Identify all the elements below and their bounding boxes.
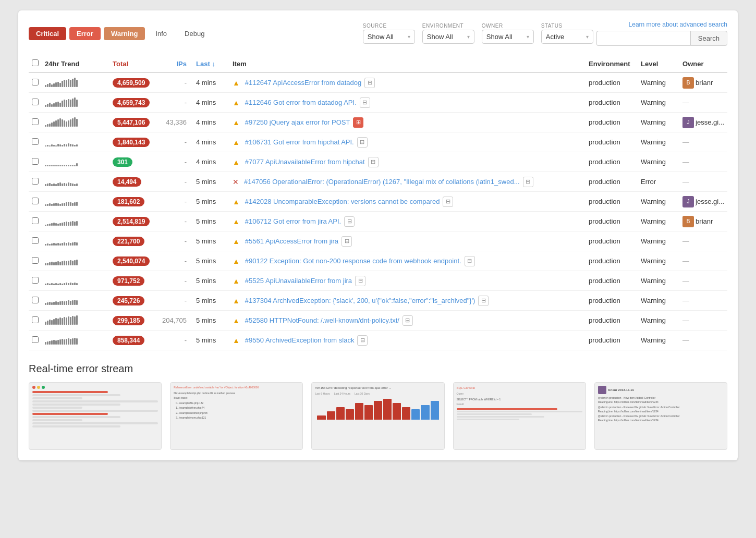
source-filter: SOURCE Show All ▾ [363,23,415,44]
assign-icon[interactable]: ⊟ [443,197,453,207]
trend-bar-segment [47,124,48,127]
row-checkbox[interactable] [32,138,39,145]
trend-bar-segment [70,317,71,325]
row-last: 5 mins [193,311,229,331]
assign-icon[interactable]: ⊞ [353,117,363,128]
search-button[interactable]: Search [690,31,727,46]
assign-icon[interactable]: ⊟ [357,137,368,148]
item-cell: ▲ #7077 ApiUnavailableError from hipchat… [233,157,582,167]
row-item: ▲ #90122 Exception: Got non-200 response… [229,251,586,271]
item-link[interactable]: #106731 Got error from hipchat API. [245,138,354,146]
owner-filter-label: OWNER [482,23,534,29]
item-link[interactable]: #106712 Got error from jira API. [245,217,341,225]
assign-icon[interactable]: ⊟ [360,97,370,108]
trend-bar-segment [66,339,67,345]
table-row: 858,344 -5 mins ▲ #9550 ArchivedExceptio… [29,331,727,350]
row-checkbox[interactable] [32,217,39,224]
trend-bar-segment [64,317,65,325]
trend-bar-segment [74,338,76,345]
info-button[interactable]: Info [148,27,174,40]
owner-dash: — [682,99,689,106]
assign-icon[interactable]: ⊟ [403,315,413,326]
trend-bar-segment [51,262,53,265]
row-checkbox[interactable] [32,118,39,125]
trend-bar-segment [49,262,51,265]
row-checkbox[interactable] [32,198,39,204]
chart-bar [411,409,420,420]
thumb-line [32,394,120,396]
row-last: 4 mins [193,72,229,93]
item-link[interactable]: #9550 ArchivedException from slack [245,336,355,344]
row-checkbox[interactable] [32,99,39,105]
stream-thumb-4[interactable]: SQL Console Query SELECT * FROM table WH… [453,382,586,450]
trend-bar-segment [53,284,55,285]
row-level: Warning [638,72,679,93]
row-checkbox[interactable] [32,178,39,185]
assign-icon[interactable]: ⊟ [357,335,368,346]
row-checkbox[interactable] [32,237,39,244]
avatar: B [682,77,694,89]
row-checkbox[interactable] [32,316,39,323]
trend-bar [45,116,78,127]
trend-bar-segment [76,242,78,246]
row-checkbox[interactable] [32,158,39,165]
assign-icon[interactable]: ⊟ [465,256,475,266]
row-total: 5,447,106 [109,113,156,132]
item-link[interactable]: #112647 ApiAccessError from datadog [245,79,361,87]
item-link[interactable]: #147056 OperationalError: (OperationalEr… [244,178,520,186]
row-checkbox[interactable] [32,79,39,85]
item-link[interactable]: #97250 jQuery ajax error for POST [245,118,350,126]
row-item: ▲ #7077 ApiUnavailableError from hipchat… [229,152,586,172]
owner-dash: — [682,237,689,245]
advanced-search-link[interactable]: Learn more about advanced search [629,21,727,28]
row-checkbox[interactable] [32,277,39,284]
trend-bar-segment [70,283,71,285]
stream-thumb-3[interactable]: #94156 Error decoding response text from… [311,382,444,450]
stream-thumb-2[interactable]: ReferenceError: undefined variable 'var'… [170,382,303,450]
row-last: 4 mins [193,113,229,132]
debug-button[interactable]: Debug [177,27,212,40]
total-badge: 5,447,106 [113,118,150,127]
assign-icon[interactable]: ⊟ [355,276,365,286]
source-select[interactable]: Show All ▾ [363,30,415,44]
trend-bar-segment [68,165,69,166]
search-input[interactable] [596,31,690,46]
trend-bar-segment [74,222,76,226]
item-link[interactable]: #5561 ApiAccessError from jira [245,237,338,245]
trend-bar-segment [62,301,63,305]
status-select[interactable]: Active ▾ [541,30,593,44]
assign-icon[interactable]: ⊟ [368,157,379,167]
trend-bar-segment [59,223,61,226]
environment-select[interactable]: Show All ▾ [422,30,474,44]
assign-icon[interactable]: ⊟ [344,216,355,227]
trend-bar-segment [45,145,46,146]
assign-icon[interactable]: ⊟ [342,236,352,247]
row-checkbox[interactable] [32,257,39,264]
critical-button[interactable]: Critical [29,27,66,40]
trend-bar-segment [62,145,63,146]
assign-icon[interactable]: ⊟ [478,296,489,306]
select-all-checkbox[interactable] [32,59,39,66]
item-link[interactable]: #7077 ApiUnavailableError from hipchat [245,158,365,166]
item-link[interactable]: #137304 ArchivedException: {'slack', 200… [245,297,475,304]
owner-select[interactable]: Show All ▾ [482,30,534,44]
item-link[interactable]: #5525 ApiUnavailableError from jira [245,277,352,285]
assign-icon[interactable]: ⊟ [364,78,375,88]
item-link[interactable]: #112646 Got error from datadog API. [245,99,357,106]
trend-bar-segment [66,121,67,127]
item-link[interactable]: #90122 Exception: Got non-200 response c… [245,257,461,265]
trend-bar-segment [45,184,46,186]
row-checkbox[interactable] [32,297,39,303]
error-button[interactable]: Error [69,27,101,40]
trend-bar-segment [59,118,61,127]
trend-bar-segment [70,222,71,226]
item-link[interactable]: #142028 UncomparableException: versions … [245,198,440,205]
warning-button[interactable]: Warning [104,27,145,40]
row-checkbox[interactable] [32,336,39,343]
row-item: ✕ #147056 OperationalError: (Operational… [229,172,586,192]
item-link[interactable]: #52580 HTTPNotFound: /.well-known/dnt-po… [245,316,399,324]
chart-bar [421,405,429,420]
stream-thumb-1[interactable] [29,382,162,450]
stream-thumb-5[interactable]: brianr 2013-11-xx @alert in production -… [594,382,727,450]
assign-icon[interactable]: ⊟ [523,177,533,187]
